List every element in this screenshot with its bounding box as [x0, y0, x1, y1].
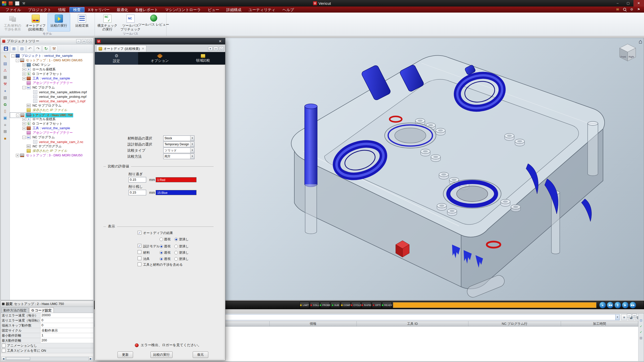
tree-expand-box[interactable]: -	[22, 136, 26, 139]
tree-item[interactable]: 保存された IP ファイル	[10, 149, 93, 153]
document-tab[interactable]: オートディフ (比較検査) ✕	[96, 45, 146, 52]
settings-row-value[interactable]: 全動作表示	[41, 328, 93, 333]
nc-document-icon[interactable]	[15, 1, 19, 6]
tree-item[interactable]: + ローカル座標系	[10, 67, 93, 72]
settings-row-value[interactable]: 20000	[41, 313, 93, 318]
menu-item[interactable]: 情報	[55, 7, 69, 12]
tree-expand-box[interactable]: +	[22, 127, 26, 130]
menu-item[interactable]: プロジェクト	[24, 7, 55, 12]
status-led-button[interactable]: CYCLE	[351, 302, 361, 308]
pause-button[interactable]: ∥	[614, 302, 621, 308]
minimize-panel-icon[interactable]: –	[76, 39, 81, 43]
radio-option[interactable]: 塗潰し	[174, 237, 189, 242]
menu-item[interactable]: 検査	[69, 7, 85, 12]
chevron-down-icon[interactable]: ▼	[615, 314, 619, 320]
close-button[interactable]: ✕	[633, 0, 644, 7]
menu-item[interactable]: ファイル	[2, 7, 24, 12]
menu-item[interactable]: ビュー	[204, 7, 223, 12]
overcut-value-input[interactable]: 0.15	[129, 177, 146, 183]
tree-expand-box[interactable]	[22, 104, 26, 107]
ribbon-button[interactable]: 比較の実行	[48, 13, 70, 31]
settings-checkbox-row[interactable]: 工具スピンドルを常に ON	[1, 348, 93, 353]
tree-item[interactable]: + G コードオフセット	[10, 72, 93, 76]
tree-expand-box[interactable]: -	[11, 54, 15, 58]
tree-expand-box[interactable]: -	[22, 86, 26, 89]
menu-item[interactable]: 詳細構成	[223, 7, 245, 12]
radio-option[interactable]: 塗潰し	[174, 244, 189, 249]
dialog-tab[interactable]: 設定	[95, 52, 138, 65]
tree-expand-box[interactable]: +	[22, 68, 26, 71]
navigation-cube[interactable]: Front Right	[618, 42, 638, 65]
form-select[interactable]: Stock ▼	[163, 135, 194, 141]
tree-item[interactable]: vericut_the_sample_probing.mpf	[10, 94, 93, 99]
build-icon[interactable]: ⚒	[51, 46, 58, 52]
folder-icon[interactable]: ■	[2, 135, 9, 141]
log-icon[interactable]: ▤	[2, 61, 9, 66]
settings-tab[interactable]: G コード設定	[29, 307, 54, 313]
status-led-button[interactable]: SUB	[331, 302, 340, 308]
tree-expand-box[interactable]	[22, 131, 26, 134]
menu-item[interactable]: Xキャリパー	[85, 7, 113, 12]
expand-all-icon[interactable]: ⊞	[10, 46, 17, 52]
list-icon[interactable]: ≡	[621, 314, 627, 320]
radio-option[interactable]: 塗潰し	[174, 257, 189, 261]
minimize-button[interactable]: –	[612, 0, 623, 7]
display-checkbox[interactable]	[138, 244, 141, 248]
tree-item[interactable]: vericut_the_sample_cam_1.mpf	[10, 99, 93, 103]
tree-expand-box[interactable]	[29, 140, 32, 144]
status-led-button[interactable]: RAPID	[361, 302, 371, 308]
pin-icon[interactable]: ⚑	[636, 7, 641, 12]
maximize-button[interactable]: ▢	[623, 0, 633, 7]
radio-button[interactable]	[159, 238, 163, 241]
refresh-icon[interactable]: ↻	[43, 46, 50, 52]
tree-expand-box[interactable]	[29, 90, 32, 94]
radio-option[interactable]: 透視	[159, 250, 171, 255]
radio-option[interactable]: 透視	[159, 244, 171, 249]
tree-expand-box[interactable]: -	[16, 114, 19, 117]
restore-button[interactable]: 復元	[193, 351, 208, 358]
menu-item[interactable]: 最適化	[113, 7, 132, 12]
log-column-header[interactable]: 情報	[270, 321, 357, 326]
radio-option[interactable]: 塗潰し	[174, 250, 189, 255]
settings-row-value[interactable]: 0	[41, 318, 93, 323]
dock-panel-icon[interactable]: ▢	[87, 39, 92, 43]
gcode-offset-icon[interactable]: G	[2, 102, 9, 107]
settings-tab[interactable]: 動作方法の指定	[1, 307, 29, 313]
tree-expand-box[interactable]	[22, 145, 26, 148]
settings-row-value[interactable]: 200	[41, 338, 93, 343]
status-led-button[interactable]: PROBE	[320, 302, 330, 308]
play-button[interactable]: ▶	[622, 302, 629, 308]
tree-item[interactable]: + 工具 : vericut_the_sample	[10, 126, 93, 130]
alert-icon[interactable]: ⚠	[2, 68, 9, 73]
tree-item[interactable]: + セットアップ : 3 - DMG MORI DMU50	[10, 153, 93, 158]
minimize-icon[interactable]: –	[627, 314, 631, 318]
dialog-tab[interactable]: オプション	[138, 52, 181, 65]
radio-button[interactable]	[159, 245, 163, 248]
tree-expand-box[interactable]	[22, 149, 26, 153]
tree-expand-box[interactable]: +	[22, 72, 26, 76]
tree-item[interactable]: + 工具 : vericut_the_sample	[10, 76, 93, 81]
transform-icon[interactable]: +	[2, 88, 9, 94]
checkbox[interactable]	[2, 349, 6, 352]
ribbon-button[interactable]: 比較定規	[71, 13, 93, 31]
radio-button[interactable]	[174, 251, 178, 254]
horizontal-scrollbar[interactable]: ◀ ▶	[1, 357, 93, 361]
panel-icon[interactable]: ▤	[639, 336, 642, 340]
log-column-header[interactable]: 工具 ID	[357, 321, 468, 326]
tool-wear-icon[interactable]: ⚒	[2, 81, 9, 87]
tree-item[interactable]: - セットアップ : 2 - Haas UMC 750	[10, 112, 41, 118]
dock-icon[interactable]: ⊡	[640, 319, 642, 322]
list-icon[interactable]: ≡	[2, 122, 9, 127]
radio-button[interactable]	[174, 257, 178, 261]
home-view-icon[interactable]: ⌂	[639, 38, 642, 45]
status-led-button[interactable]: READY	[382, 302, 392, 308]
scroll-left-icon[interactable]: ◀	[2, 357, 6, 360]
message-icon[interactable]: ✉	[615, 7, 620, 12]
display-icon[interactable]: ▣	[2, 115, 9, 121]
tree-item[interactable]: NC サブプログラム	[10, 144, 93, 149]
float-panel-icon[interactable]: ▭	[82, 39, 86, 43]
tree-expand-box[interactable]: -	[16, 59, 19, 62]
save-icon[interactable]	[2, 46, 9, 52]
radio-button[interactable]	[174, 245, 178, 248]
log-column-header[interactable]: 加工時間	[561, 321, 638, 326]
